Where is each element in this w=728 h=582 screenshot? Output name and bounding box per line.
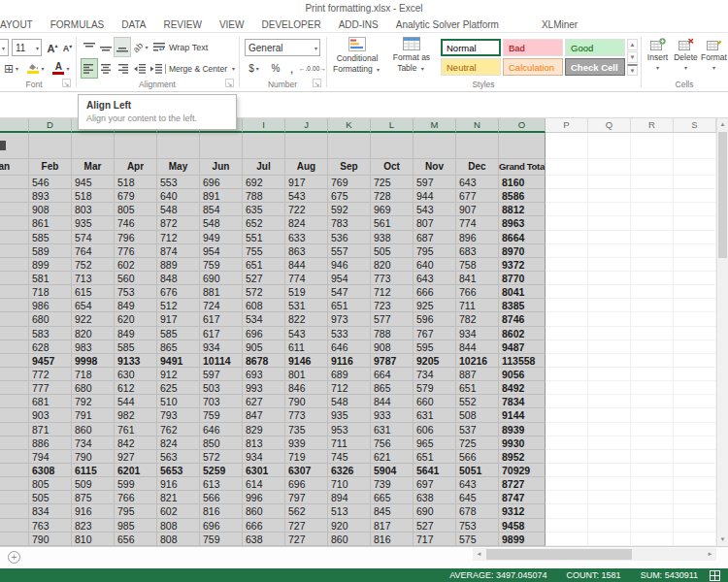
cell[interactable]: 512: [157, 299, 200, 312]
cell[interactable]: 617: [200, 327, 243, 340]
cell[interactable]: 917: [157, 312, 200, 326]
cell[interactable]: 503: [200, 381, 243, 395]
cell[interactable]: 547: [328, 285, 371, 299]
cell[interactable]: 845: [371, 504, 414, 518]
cell[interactable]: 746: [115, 216, 157, 230]
cell[interactable]: [0, 216, 29, 230]
cell[interactable]: 965: [414, 436, 456, 450]
cell[interactable]: 863: [285, 244, 328, 258]
cell[interactable]: [631, 258, 674, 272]
cell[interactable]: 734: [72, 436, 115, 450]
cell[interactable]: 631: [414, 408, 456, 422]
cell[interactable]: 633: [285, 231, 328, 244]
cell[interactable]: 621: [371, 450, 414, 464]
column-header-j[interactable]: J: [285, 118, 328, 133]
cell[interactable]: 816: [200, 504, 243, 518]
cell[interactable]: 505: [371, 244, 414, 258]
cell[interactable]: 656: [115, 533, 157, 546]
cell[interactable]: [0, 477, 29, 491]
cell[interactable]: [588, 203, 631, 216]
cell[interactable]: 654: [72, 299, 115, 312]
cell[interactable]: 646: [328, 340, 371, 354]
column-header-k[interactable]: K: [328, 118, 371, 133]
cell[interactable]: 834: [29, 504, 72, 518]
cell[interactable]: 891: [200, 189, 243, 203]
cell[interactable]: 725: [371, 176, 414, 189]
cell[interactable]: 983: [72, 340, 115, 354]
cell[interactable]: 9372: [499, 258, 546, 272]
cell[interactable]: 70929: [499, 464, 546, 477]
gallery-scroll-down-button[interactable]: ▼: [627, 51, 638, 63]
cell[interactable]: 935: [328, 408, 371, 422]
cell[interactable]: 792: [72, 395, 115, 408]
top-align-button[interactable]: [82, 38, 97, 56]
cell[interactable]: 8492: [499, 381, 546, 395]
cell-feb[interactable]: Feb: [29, 159, 72, 176]
cell[interactable]: 849: [115, 327, 157, 340]
format-cells-button[interactable]: Format ▾: [701, 38, 727, 71]
cell[interactable]: 627: [243, 395, 285, 408]
cell[interactable]: 8586: [499, 189, 546, 203]
cell[interactable]: 5641: [414, 464, 456, 477]
cell[interactable]: [631, 395, 674, 408]
cell[interactable]: 5904: [371, 464, 414, 477]
cell[interactable]: 849: [115, 299, 157, 312]
sheet-row[interactable]: 8935186796408917885436757289446778586: [0, 189, 716, 203]
cell[interactable]: 597: [414, 176, 456, 189]
cell[interactable]: [631, 244, 674, 258]
cell[interactable]: 638: [414, 491, 456, 504]
sheet-row[interactable]: 8055095999166136146967107396976438727: [0, 477, 716, 491]
cell[interactable]: [588, 491, 631, 504]
cell[interactable]: 908: [371, 340, 414, 354]
cell[interactable]: 893: [29, 189, 72, 203]
fill-color-button[interactable]: ▾: [25, 59, 49, 78]
cell[interactable]: [631, 491, 674, 504]
cell[interactable]: 703: [200, 395, 243, 408]
cell[interactable]: 808: [157, 519, 200, 533]
cell[interactable]: [371, 133, 414, 159]
cell[interactable]: [674, 285, 716, 299]
cell[interactable]: 8970: [499, 244, 546, 258]
cell[interactable]: 953: [328, 423, 371, 436]
cell[interactable]: [546, 408, 588, 422]
cell[interactable]: [546, 244, 588, 258]
cell[interactable]: 585: [29, 231, 72, 244]
sheet-row[interactable]: 8619357468725486528247835618077748963: [0, 216, 716, 230]
font-name-dropdown-clipped[interactable]: ▾: [0, 39, 9, 56]
cell[interactable]: 739: [371, 477, 414, 491]
font-color-button[interactable]: A ▾: [50, 59, 74, 78]
cell[interactable]: 544: [115, 395, 157, 408]
cell[interactable]: [588, 423, 631, 436]
cell[interactable]: 531: [285, 299, 328, 312]
column-header-d[interactable]: D: [29, 118, 72, 133]
cell[interactable]: 505: [29, 491, 72, 504]
sheet-row[interactable]: 9088038055488546357225929695439078812: [0, 203, 716, 216]
cell-aug[interactable]: Aug: [285, 159, 328, 176]
cell-mar[interactable]: Mar: [72, 159, 115, 176]
cell[interactable]: 903: [29, 408, 72, 422]
cell[interactable]: 773: [285, 408, 328, 422]
cell[interactable]: [243, 133, 285, 159]
cell[interactable]: [588, 244, 631, 258]
cell[interactable]: 666: [243, 519, 285, 533]
cell[interactable]: 791: [72, 408, 115, 422]
cell[interactable]: 561: [371, 216, 414, 230]
cell[interactable]: 841: [456, 272, 499, 285]
cell[interactable]: [674, 272, 716, 285]
cell[interactable]: 8939: [499, 423, 546, 436]
cell[interactable]: [0, 258, 29, 272]
cell[interactable]: [0, 450, 29, 464]
cell[interactable]: [631, 216, 674, 230]
cell[interactable]: [674, 189, 716, 203]
cell[interactable]: 810: [72, 533, 115, 546]
cell[interactable]: 518: [115, 176, 157, 189]
cell[interactable]: 772: [29, 368, 72, 381]
cell[interactable]: 881: [200, 285, 243, 299]
cell[interactable]: [0, 381, 29, 395]
cell[interactable]: [0, 395, 29, 408]
cell[interactable]: 769: [328, 176, 371, 189]
cell[interactable]: [588, 477, 631, 491]
cell[interactable]: 795: [115, 504, 157, 518]
cell[interactable]: 752: [72, 258, 115, 272]
cell[interactable]: [588, 381, 631, 395]
